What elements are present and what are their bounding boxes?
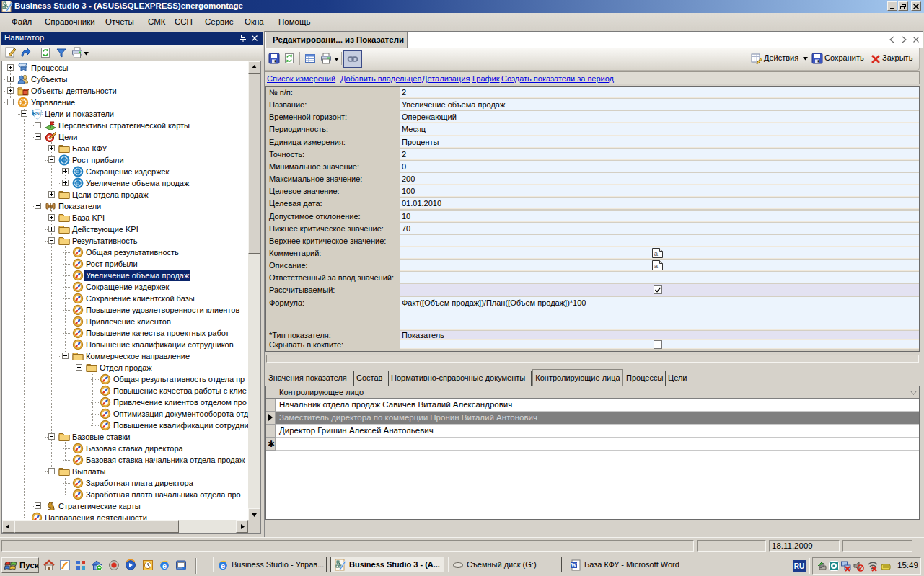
svg-text:a: a [654, 262, 659, 270]
svg-text:e: e [162, 562, 167, 570]
svg-text:a: a [654, 249, 659, 257]
svg-text:e: e [221, 562, 225, 570]
svg-text:W: W [571, 562, 577, 569]
